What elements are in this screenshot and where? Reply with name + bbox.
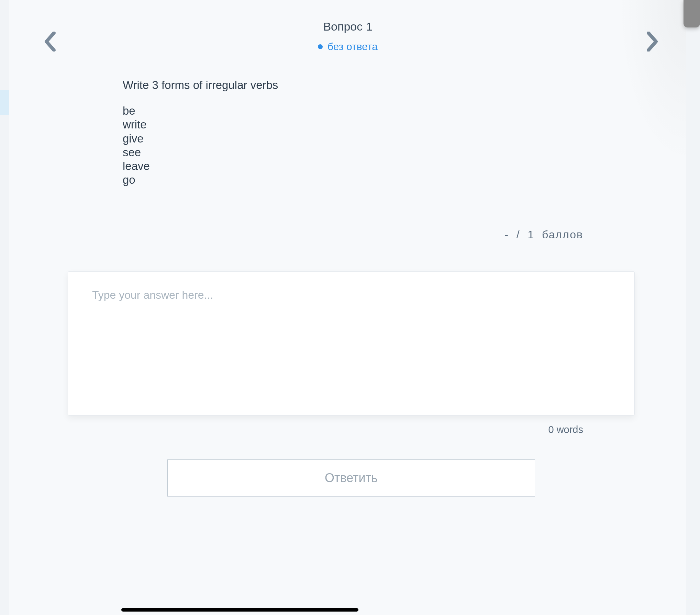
- status-row: без ответа: [318, 41, 378, 53]
- submit-button[interactable]: Ответить: [167, 459, 535, 497]
- status-text: без ответа: [327, 41, 378, 53]
- points-earned: -: [504, 228, 509, 241]
- question-title: Вопрос 1: [9, 20, 686, 33]
- points-label: баллов: [542, 228, 583, 241]
- question-header: Вопрос 1 без ответа: [9, 20, 686, 53]
- question-verbs-list: be write give see leave go: [123, 104, 600, 187]
- top-right-tab[interactable]: [684, 0, 700, 27]
- word-count: 0 words: [548, 424, 583, 435]
- question-body: Write 3 forms of irregular verbs be writ…: [123, 77, 600, 187]
- question-prompt: Write 3 forms of irregular verbs: [123, 77, 600, 93]
- status-dot-icon: [318, 44, 323, 49]
- main-panel: Вопрос 1 без ответа Write 3 forms of irr…: [9, 0, 686, 615]
- points-row: - / 1 баллов: [123, 228, 583, 241]
- answer-box: [68, 271, 635, 415]
- word-count-label: words: [557, 424, 583, 435]
- submit-button-label: Ответить: [325, 471, 378, 485]
- word-count-number: 0: [548, 424, 554, 435]
- points-separator: /: [516, 228, 520, 241]
- answer-input[interactable]: [92, 289, 610, 398]
- points-max: 1: [528, 228, 535, 241]
- home-indicator: [121, 608, 358, 612]
- left-accent-bar: [0, 90, 9, 115]
